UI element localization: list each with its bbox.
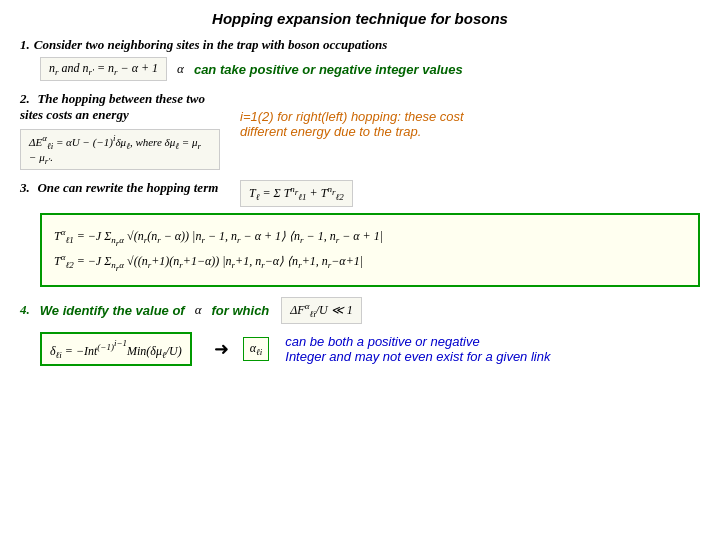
section2-right-text2: different energy due to the trap. [240,124,700,139]
section4-right-text: can be both a positive or negative Integ… [285,334,550,364]
section4-right-text1: can be both a positive or negative [285,334,550,349]
section4-alpha: α [195,302,202,318]
section-2: 2. The hopping between these two sites c… [20,91,700,172]
section1-right-text: can take positive or negative integer va… [194,62,463,77]
section-4: 4. We identify the value of α for which … [20,295,700,366]
section-1: 1. Consider two neighboring sites in the… [20,37,700,83]
section1-formula-left: nr and nr' = nr − α + 1 [40,57,167,81]
page: Hopping expansion technique for bosons 1… [0,0,720,540]
section2-formula: ΔEαℓi = αU − (−1)iδμℓ, where δμℓ = μr − … [20,129,220,170]
section1-text: Consider two neighboring sites in the tr… [34,37,388,53]
section2-left: 2. The hopping between these two sites c… [20,91,220,172]
section3-formula-right: Tℓ = Σ Tnrℓ1 + Tnrℓ2 [240,180,700,206]
section1-row: 1. Consider two neighboring sites in the… [20,37,700,53]
section4-alpha-formula: αℓi [243,337,270,361]
section-3: 3. One can rewrite the hopping term Tℓ =… [20,180,700,287]
section2-right: i=1(2) for right(left) hopping: these co… [240,91,700,139]
section4-right-text2: Integer and may not even exist for a giv… [285,349,550,364]
section4-header-row: 4. We identify the value of α for which … [20,295,700,325]
section2-content: 2. The hopping between these two sites c… [20,91,700,172]
section4-bottom-formula: δℓi = −Int(−1)i−1Min(δμℓ/U) [40,332,192,366]
section3-label: 3. One can rewrite the hopping term [20,180,240,196]
section3-t-formula: Tℓ = Σ Tnrℓ1 + Tnrℓ2 [240,180,353,206]
section2-text: The hopping between these two sites cost… [20,91,205,122]
section2-number: 2. [20,91,30,106]
section3-number: 3. [20,180,30,195]
section3-row: 3. One can rewrite the hopping term Tℓ =… [20,180,700,206]
section1-formulas: nr and nr' = nr − α + 1 α can take posit… [40,55,700,83]
hopping-block-wrapper: Tαℓ1 = −J Σnrα √(nr(nr − α)) |nr − 1, nr… [40,213,700,287]
section1-number: 1. [20,37,30,53]
section2-header: 2. The hopping between these two sites c… [20,91,220,123]
section4-arrow: ➜ [214,338,229,360]
section4-text-for: for which [212,303,270,318]
section3-text: One can rewrite the hopping term [37,180,218,195]
alpha-symbol: α [177,61,184,77]
section2-right-text1: i=1(2) for right(left) hopping: these co… [240,109,700,124]
hopping-line2: Tαℓ2 = −J Σnrα √((nr+1)(nr+1−α)) |nr+1, … [54,252,686,273]
hopping-line1: Tαℓ1 = −J Σnrα √(nr(nr − α)) |nr − 1, nr… [54,227,686,248]
page-title: Hopping expansion technique for bosons [20,10,700,27]
hopping-formula-block: Tαℓ1 = −J Σnrα √(nr(nr − α)) |nr − 1, nr… [40,213,700,287]
section4-bottom-row: δℓi = −Int(−1)i−1Min(δμℓ/U) ➜ αℓi can be… [40,332,700,366]
section4-condition-formula: ΔFαℓi/U ≪ 1 [281,297,361,323]
section4-text-prefix: We identify the value of [40,303,185,318]
section4-number: 4. [20,302,30,318]
